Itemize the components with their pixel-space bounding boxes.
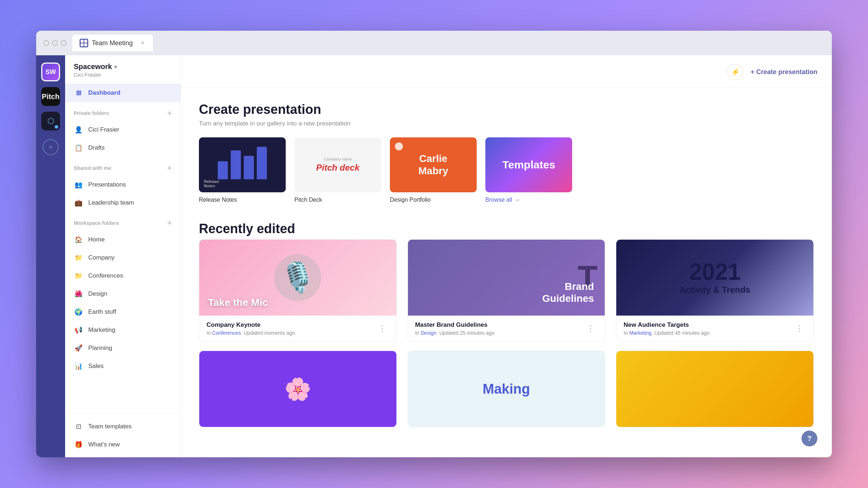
tab-close-icon[interactable]: × [139, 40, 146, 46]
recent-card-keynote[interactable]: 🎙️ Take the Mic Company Keynote In Confe… [199, 239, 397, 342]
mic-icon: 🎙️ [274, 254, 321, 301]
earth-icon: 🌍 [74, 307, 83, 317]
more-button-audience[interactable]: ⋮ [792, 322, 806, 335]
bar-4 [257, 147, 267, 179]
recent-card-yellow[interactable] [616, 351, 814, 427]
sidebar-item-company[interactable]: 📁 Company [65, 249, 180, 267]
browser-dot-3[interactable] [61, 40, 67, 46]
lightning-button[interactable]: ⚡ [727, 64, 743, 80]
recent-info-brand: Master Brand Guidelines In Design. Updat… [408, 316, 605, 342]
browser-tab[interactable]: Team Meeting × [72, 35, 153, 51]
help-button[interactable]: ? [801, 431, 817, 446]
template-name-pitch: Pitch Deck [294, 197, 381, 203]
recent-card-audience[interactable]: 2021 Activity & Trends New Audience Targ… [616, 239, 814, 342]
add-private-folder-button[interactable]: + [167, 108, 172, 118]
template-card-release[interactable]: ReleaseNotes Release Notes [199, 137, 286, 203]
shared-label: Shared with me [74, 165, 111, 171]
sidebar-item-earth-stuff[interactable]: 🌍 Earth stuff [65, 303, 180, 321]
bar-3 [244, 156, 254, 179]
release-label: ReleaseNotes [204, 179, 219, 188]
more-button-keynote[interactable]: ⋮ [375, 322, 389, 335]
sidebar-item-cici-frasier[interactable]: 👤 Cici Frasier [65, 121, 180, 139]
create-presentation-button[interactable]: + Create presentation [750, 68, 817, 76]
making-text: Making [483, 381, 530, 397]
planning-icon: 🚀 [74, 343, 83, 353]
top-bar: ⚡ + Create presentation [181, 55, 832, 87]
browser-window: Team Meeting × SW Pitch ⬡ + Spacework ▾ [36, 31, 832, 457]
presentations-icon: 👥 [74, 180, 83, 189]
browser-chrome: Team Meeting × [36, 31, 832, 55]
team-templates-icon: ⊡ [74, 422, 83, 431]
add-shared-button[interactable]: + [167, 163, 172, 173]
content-area: Create presentation Turn any template in… [181, 87, 832, 442]
folder-link-design[interactable]: Design [421, 330, 437, 336]
recent-info-keynote: Company Keynote In Conferences. Updated … [199, 316, 396, 342]
browse-all-link[interactable]: Browse all → [485, 197, 572, 203]
sidebar-item-dashboard[interactable]: ⊞ Dashboard [65, 84, 180, 102]
folder-link-conferences[interactable]: Conferences [212, 330, 241, 336]
more-button-brand[interactable]: ⋮ [584, 322, 597, 335]
pitch-deck-title: Pitch deck [316, 163, 359, 173]
sidebar-item-home[interactable]: 🏠 Home [65, 231, 180, 249]
conferences-icon: 📁 [74, 271, 83, 281]
folder-link-marketing[interactable]: Marketing [629, 330, 651, 336]
workspace-name[interactable]: Spacework ▾ [74, 63, 172, 71]
sidebar-header: Spacework ▾ Cici Frasier [65, 55, 180, 84]
templates-big-text: Templates [502, 159, 555, 171]
browser-dots [43, 40, 67, 46]
recent-card-meta-brand: In Design. Updated 25 minutes ago [415, 330, 495, 336]
sidebar-bottom: ⊡ Team templates 🎁 What's new [65, 414, 180, 457]
pitch-company-name: Company name [316, 157, 359, 161]
recent-card-meta-audience: In Marketing. Updated 45 minutes ago [624, 330, 709, 336]
sidebar-item-whats-new[interactable]: 🎁 What's new [65, 436, 180, 454]
flower-icon: 🌸 [284, 376, 311, 402]
recently-edited-heading: Recently edited [199, 221, 814, 236]
shared-section: Shared with me + [65, 157, 180, 176]
recent-card-meta-keynote: In Conferences. Updated moments ago [207, 330, 295, 336]
tab-label: Team Meeting [92, 39, 133, 47]
design-portfolio-text: CarlieMabry [418, 153, 448, 177]
sidebar-item-leadership-team[interactable]: 💼 Leadership team [65, 194, 180, 212]
recent-thumb-keynote: 🎙️ Take the Mic [199, 240, 396, 316]
top-bar-actions: ⚡ + Create presentation [727, 64, 817, 80]
browser-dot-1[interactable] [43, 40, 49, 46]
sidebar-item-planning[interactable]: 🚀 Planning [65, 339, 180, 357]
recent-row-second: 🌸 Making [199, 351, 814, 427]
template-card-pitch[interactable]: Company name Pitch deck Pitch Deck [294, 137, 381, 203]
sidebar-item-drafts[interactable]: 📋 Drafts [65, 139, 180, 157]
design-icon: 🌺 [74, 289, 83, 299]
recent-card-title-keynote: Company Keynote [207, 321, 295, 329]
sidebar-item-design[interactable]: 🌺 Design [65, 285, 180, 303]
create-section-sub: Turn any template in our gallery into a … [199, 120, 814, 127]
sidebar-item-team-templates[interactable]: ⊡ Team templates [65, 418, 180, 436]
sales-icon: 📊 [74, 361, 83, 371]
audience-year-big: 2021 [680, 260, 750, 283]
template-name-release: Release Notes [199, 197, 286, 203]
recent-card-brand[interactable]: T BrandGuidelines Master Brand Guideline… [408, 239, 605, 342]
recent-card-purple[interactable]: 🌸 [199, 351, 397, 427]
add-workspace-button[interactable]: + [43, 139, 59, 155]
pitch-label: Pitch [41, 87, 60, 106]
recent-card-title-brand: Master Brand Guidelines [415, 321, 495, 329]
sidebar-item-sales[interactable]: 📊 Sales [65, 357, 180, 375]
marketing-icon: 📢 [74, 325, 83, 335]
recent-thumb-purple: 🌸 [199, 351, 396, 427]
sidebar: Spacework ▾ Cici Frasier ⊞ Dashboard Pri… [65, 55, 181, 457]
user-name: Cici Frasier [74, 72, 172, 78]
recent-card-light[interactable]: Making [408, 351, 605, 427]
browse-all-arrow: → [514, 197, 520, 203]
dashboard-label: Dashboard [88, 89, 120, 97]
sidebar-item-marketing[interactable]: 📢 Marketing [65, 321, 180, 339]
design-portfolio-logo [395, 142, 403, 150]
sidebar-item-conferences[interactable]: 📁 Conferences [65, 267, 180, 285]
recent-thumb-light: Making [408, 351, 605, 427]
sidebar-item-presentations[interactable]: 👥 Presentations [65, 176, 180, 194]
template-card-browse[interactable]: Templates Browse all → [485, 137, 572, 203]
pitch-app-icon[interactable]: Pitch [41, 87, 60, 106]
browser-dot-2[interactable] [52, 40, 58, 46]
avatar[interactable]: SW [41, 63, 60, 81]
other-app-icon[interactable]: ⬡ [41, 112, 60, 130]
recent-thumb-brand: T BrandGuidelines [408, 240, 605, 316]
add-workspace-folder-button[interactable]: + [167, 218, 172, 228]
template-card-design[interactable]: CarlieMabry Design Portfolio [390, 137, 477, 203]
